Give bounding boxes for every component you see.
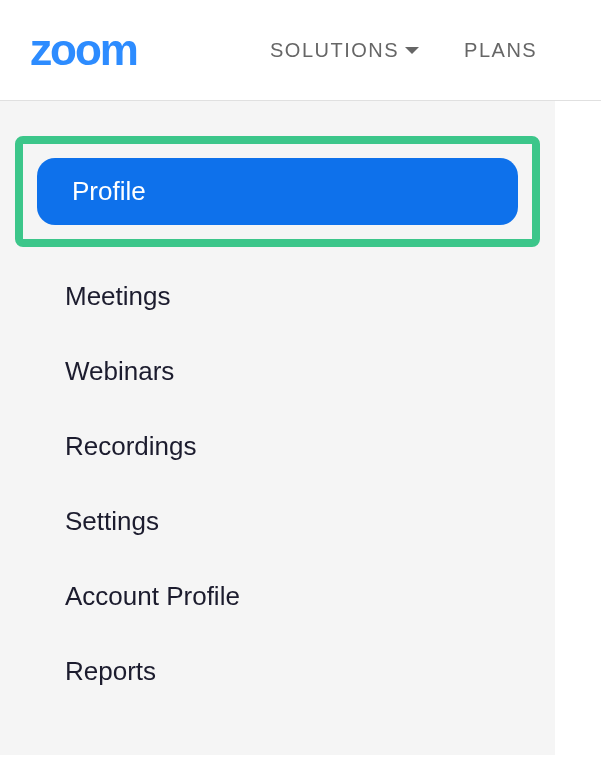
- sidebar-item-recordings[interactable]: Recordings: [0, 409, 555, 484]
- content-area: Profile Meetings Webinars Recordings Set…: [0, 100, 601, 755]
- svg-text:zoom: zoom: [30, 30, 137, 70]
- header: zoom SOLUTIONS PLANS: [0, 0, 601, 100]
- sidebar-item-profile[interactable]: Profile: [37, 158, 518, 225]
- top-nav: SOLUTIONS PLANS: [270, 39, 537, 62]
- nav-plans[interactable]: PLANS: [464, 39, 537, 62]
- sidebar-item-label: Reports: [65, 656, 156, 686]
- highlight-box: Profile: [15, 136, 540, 247]
- nav-solutions[interactable]: SOLUTIONS: [270, 39, 419, 62]
- sidebar-item-label: Meetings: [65, 281, 171, 311]
- chevron-down-icon: [405, 47, 419, 54]
- sidebar-item-label: Account Profile: [65, 581, 240, 611]
- nav-plans-label: PLANS: [464, 39, 537, 62]
- sidebar-item-settings[interactable]: Settings: [0, 484, 555, 559]
- sidebar: Profile Meetings Webinars Recordings Set…: [0, 101, 555, 755]
- sidebar-item-label: Recordings: [65, 431, 197, 461]
- sidebar-item-label: Profile: [72, 176, 146, 206]
- sidebar-item-reports[interactable]: Reports: [0, 634, 555, 709]
- sidebar-item-webinars[interactable]: Webinars: [0, 334, 555, 409]
- sidebar-item-meetings[interactable]: Meetings: [0, 259, 555, 334]
- zoom-logo[interactable]: zoom: [30, 30, 210, 70]
- sidebar-item-account-profile[interactable]: Account Profile: [0, 559, 555, 634]
- content-right-edge: [555, 101, 601, 755]
- sidebar-item-label: Webinars: [65, 356, 174, 386]
- nav-solutions-label: SOLUTIONS: [270, 39, 399, 62]
- sidebar-item-label: Settings: [65, 506, 159, 536]
